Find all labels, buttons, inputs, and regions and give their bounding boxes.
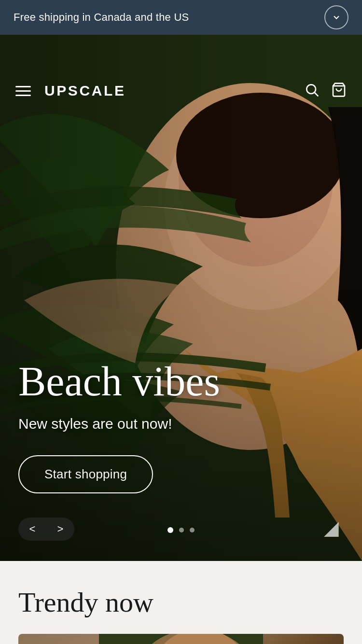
cart-icon	[331, 82, 347, 98]
hero-title: Beach vibes	[18, 361, 220, 402]
header: UPSCALE	[0, 70, 362, 112]
hero-section: UPSCALE Beach vibes New styles are out n…	[0, 35, 362, 561]
hamburger-menu-button[interactable]	[15, 86, 31, 96]
carousel-dot-3[interactable]	[190, 528, 195, 532]
product-card-image-1	[18, 634, 344, 644]
brand-logo[interactable]: UPSCALE	[44, 83, 126, 99]
svg-point-5	[306, 84, 316, 94]
carousel-dots	[167, 527, 195, 533]
svg-line-6	[315, 93, 318, 96]
search-icon	[304, 82, 320, 98]
carousel-prev-button[interactable]: <	[18, 518, 46, 541]
header-right	[304, 82, 347, 99]
carousel-controls: < >	[18, 518, 74, 541]
hamburger-line-1	[15, 86, 31, 87]
trendy-section-title: Trendy now	[18, 586, 344, 618]
hero-subtitle: New styles are out now!	[18, 416, 220, 432]
header-left: UPSCALE	[15, 83, 126, 99]
hamburger-line-2	[15, 90, 31, 92]
carousel-next-button[interactable]: >	[46, 518, 74, 541]
carousel-dot-1[interactable]	[167, 527, 173, 533]
product-card-row	[18, 634, 344, 644]
start-shopping-button[interactable]: Start shopping	[18, 455, 153, 493]
trendy-section: Trendy now	[0, 561, 362, 644]
announcement-chevron-button[interactable]	[324, 5, 348, 29]
chevron-down-icon	[332, 13, 341, 22]
carousel-dot-2[interactable]	[179, 528, 184, 532]
announcement-bar: Free shipping in Canada and the US	[0, 0, 362, 35]
moon-icon: ◢	[324, 518, 339, 538]
hero-content: Beach vibes New styles are out now! Star…	[18, 361, 220, 493]
cart-button[interactable]	[331, 82, 347, 99]
hamburger-line-3	[15, 95, 31, 96]
search-button[interactable]	[304, 82, 320, 99]
product-card-1[interactable]	[18, 634, 344, 644]
announcement-text: Free shipping in Canada and the US	[14, 11, 189, 24]
